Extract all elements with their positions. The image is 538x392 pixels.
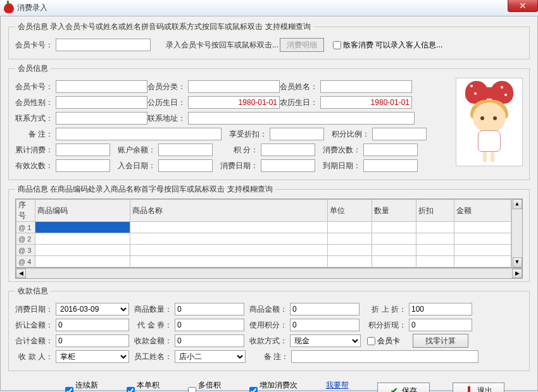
lbl-valid-count: 有效次数：: [15, 161, 56, 171]
lbl-discount: 享受折扣：: [222, 129, 270, 140]
input-hint: 录入会员卡号按回车或鼠标双击...: [166, 40, 280, 51]
col-qty: 数量: [372, 200, 416, 222]
fld-received[interactable]: [175, 334, 244, 347]
lookup-legend: 会员信息 录入会员卡号或姓名或姓名拼音码或联系方式按回车或鼠标双击 支持模糊查询: [15, 21, 313, 32]
col-code: 商品编码: [35, 200, 130, 222]
cb-points-this[interactable]: 本单积分: [127, 380, 165, 392]
fld-use-points[interactable]: [290, 319, 360, 331]
lbl-birth-lunar: 农历生日：: [280, 97, 320, 108]
lbl-birth-solar: 公历生日：: [147, 97, 188, 108]
cb-multi-points[interactable]: 多倍积分: [188, 380, 227, 392]
table-header-row: 序号 商品编码 商品名称 单位 数量 折扣 金额: [16, 200, 511, 222]
table-row[interactable]: @ 4: [16, 256, 511, 267]
walkin-checkbox-label: 散客消费 可以录入客人信息...: [343, 40, 442, 51]
card-input[interactable]: [56, 39, 151, 51]
fld-contact: [56, 112, 147, 125]
h-scrollbar[interactable]: ◀ ▶: [15, 268, 523, 279]
footer-row: 连续新增 本单积分 多倍积分 增加消费次数 我要帮助 ✔ 保存 退出: [8, 375, 530, 392]
product-fieldset: 商品信息 在商品编码处录入商品名称首字母按回车或鼠标双击 支持模糊查询 序号 商…: [8, 184, 530, 282]
lbl-discount-amt: 折让金额：: [15, 320, 56, 331]
close-button[interactable]: ✕: [508, 0, 538, 12]
lookup-fieldset: 会员信息 录入会员卡号或姓名或姓名拼音码或联系方式按回车或鼠标双击 支持模糊查询…: [8, 21, 530, 59]
product-table[interactable]: 序号 商品编码 商品名称 单位 数量 折扣 金额 @ 1 @ 2 @ 3 @ 4…: [15, 199, 523, 268]
table-row[interactable]: @ 1: [16, 222, 511, 233]
exit-icon: [465, 386, 473, 392]
walkin-checkbox-box[interactable]: [333, 41, 341, 49]
lbl-pay-remark: 备 注：: [246, 352, 291, 362]
strawberry-icon: [4, 3, 14, 13]
cb-continuous[interactable]: 连续新增: [65, 380, 104, 392]
fld-consume-date: [261, 159, 315, 172]
fld-valid-count: [56, 159, 110, 172]
member-card-checkbox-label: 会员卡: [377, 336, 400, 346]
lbl-voucher: 代 金 券：: [129, 320, 175, 331]
lbl-contact: 联系方式：: [15, 113, 56, 124]
lbl-points: 积 分：: [213, 145, 261, 156]
detail-button: 消费明细: [280, 38, 324, 52]
change-button[interactable]: 找零计算: [413, 334, 468, 348]
fld-name: [320, 80, 412, 93]
payment-fieldset: 收款信息 消费日期： 2016-03-09 商品数量： 商品金额： 折 上 折：…: [8, 286, 530, 371]
lbl-pay-amount: 商品金额：: [244, 304, 290, 315]
cashier-combo[interactable]: 掌柜: [56, 350, 129, 363]
col-seq: 序号: [16, 200, 35, 222]
scroll-down-icon[interactable]: ▼: [513, 257, 522, 267]
fld-birth-lunar: [320, 96, 412, 109]
lbl-point-ratio: 积分比例：: [324, 129, 372, 140]
lbl-expire-date: 到期日期：: [315, 161, 363, 171]
lbl-category: 会员分类：: [147, 82, 188, 92]
member-legend: 会员信息: [15, 63, 51, 74]
lbl-address: 联系地址：: [147, 113, 188, 124]
col-name: 商品名称: [130, 200, 328, 222]
lbl-remark: 备 注：: [15, 129, 56, 140]
card-label: 会员卡号：: [15, 40, 56, 51]
active-cell[interactable]: [35, 222, 130, 233]
save-button[interactable]: ✔ 保存: [377, 383, 429, 392]
cb-add-count[interactable]: 增加消费次数: [249, 380, 303, 392]
table-row[interactable]: @ 2: [16, 233, 511, 245]
scroll-up-icon[interactable]: ▲: [513, 199, 522, 209]
fld-pay-amount[interactable]: [290, 303, 360, 315]
avatar-image: [464, 81, 515, 163]
help-link[interactable]: 我要帮助: [326, 380, 355, 392]
lbl-pay-date: 消费日期：: [15, 304, 56, 315]
lbl-gender: 会员性别：: [15, 97, 56, 108]
fld-remark: [56, 128, 222, 140]
member-card-checkbox[interactable]: 会员卡: [367, 336, 400, 346]
fld-pay-remark[interactable]: [291, 350, 479, 363]
avatar: [456, 78, 523, 166]
lbl-staff: 员工姓名：: [129, 352, 175, 362]
window-body: 会员信息 录入会员卡号或姓名或姓名拼音码或联系方式按回车或鼠标双击 支持模糊查询…: [0, 16, 538, 391]
lbl-consume-count: 消费次数：: [315, 145, 363, 156]
titlebar: 消费录入 ✕: [0, 0, 538, 16]
exit-button[interactable]: 退出: [453, 383, 504, 392]
fld-top-discount[interactable]: [409, 303, 472, 315]
fld-total-consume: [56, 144, 110, 156]
method-combo[interactable]: 现金: [290, 334, 361, 347]
scroll-left-icon[interactable]: ◀: [16, 269, 26, 278]
walkin-checkbox[interactable]: 散客消费 可以录入客人信息...: [333, 40, 442, 51]
scroll-right-icon[interactable]: ▶: [512, 269, 522, 278]
member-fieldset: 会员信息 会员卡号： 会员分类： 会员姓名： 会员性别： 公历生日： 农历生日：: [8, 63, 530, 180]
v-scrollbar[interactable]: ▲ ▼: [511, 199, 522, 267]
lbl-card-no: 会员卡号：: [15, 82, 56, 92]
payment-legend: 收款信息: [15, 286, 51, 297]
fld-expire-date: [363, 159, 418, 172]
fld-voucher[interactable]: [175, 319, 244, 331]
member-card-checkbox-box[interactable]: [367, 337, 375, 345]
pay-date-combo[interactable]: 2016-03-09: [56, 303, 129, 315]
fld-total[interactable]: [56, 334, 129, 347]
table-row[interactable]: @ 5: [16, 267, 511, 268]
lbl-name: 会员姓名：: [280, 82, 320, 92]
fld-pay-qty[interactable]: [175, 303, 244, 315]
table-row[interactable]: @ 3: [16, 245, 511, 256]
fld-category: [188, 80, 280, 93]
product-legend: 商品信息 在商品编码处录入商品名称首字母按回车或鼠标双击 支持模糊查询: [15, 184, 275, 195]
fld-discount-amt[interactable]: [56, 319, 129, 331]
lbl-consume-date: 消费日期：: [213, 161, 261, 171]
fld-point-cash[interactable]: [409, 319, 472, 331]
staff-combo[interactable]: 店小二: [175, 350, 246, 363]
lbl-join-date: 入会日期：: [110, 161, 158, 171]
lbl-use-points: 使用积分：: [244, 320, 290, 331]
lbl-balance: 账户余额：: [110, 145, 158, 156]
